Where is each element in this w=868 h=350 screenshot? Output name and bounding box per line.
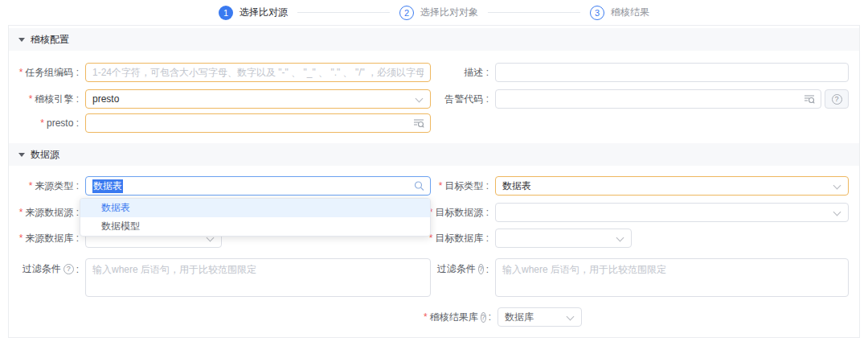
step-3-label: 稽核结果 bbox=[611, 6, 649, 19]
target-type-field: * 目标类型 : 数据表 bbox=[439, 176, 849, 196]
help-icon: ? bbox=[478, 264, 484, 274]
task-group-code-label: * 任务组编码 : bbox=[9, 66, 85, 80]
required-marker: * bbox=[29, 93, 33, 105]
collapse-arrow-icon bbox=[18, 153, 25, 157]
step-1-select-compare-source: 1 选择比对源 bbox=[219, 6, 288, 20]
target-filter-label: 过滤条件 ? : bbox=[439, 258, 495, 276]
source-filter-field: 过滤条件 ? : bbox=[9, 258, 431, 297]
target-type-select[interactable]: 数据表 bbox=[495, 176, 849, 196]
source-filter-label: 过滤条件 ? : bbox=[9, 258, 85, 276]
required-marker: * bbox=[439, 180, 443, 191]
dropdown-option-data-model[interactable]: 数据模型 bbox=[80, 217, 430, 236]
presto-label: * presto : bbox=[9, 117, 85, 129]
audit-engine-select[interactable]: presto bbox=[85, 89, 431, 109]
target-database-select[interactable] bbox=[495, 229, 632, 248]
target-datasource-select[interactable] bbox=[495, 203, 849, 222]
audit-result-db-field: * 稽核结果库 ? : 数据库 bbox=[439, 307, 582, 327]
required-marker: * bbox=[19, 67, 23, 78]
audit-engine-value: presto bbox=[92, 93, 119, 105]
target-type-label: * 目标类型 : bbox=[439, 179, 495, 193]
required-marker: * bbox=[19, 233, 23, 244]
help-icon: ? bbox=[481, 312, 486, 323]
step-2-label: 选择比对对象 bbox=[420, 6, 478, 19]
table-search-icon[interactable] bbox=[413, 118, 424, 129]
task-group-code-input[interactable] bbox=[85, 63, 431, 82]
audit-result-db-value: 数据库 bbox=[505, 311, 534, 324]
step-connector-line bbox=[488, 12, 580, 13]
source-database-label: * 来源数据库 : bbox=[9, 232, 85, 245]
required-marker: * bbox=[29, 180, 33, 191]
target-filter-field: 过滤条件 ? : bbox=[439, 258, 849, 297]
target-database-field: * 目标数据库 : bbox=[439, 229, 632, 248]
step-connector-line bbox=[297, 12, 390, 13]
audit-engine-label: * 稽核引擎 : bbox=[9, 93, 85, 106]
required-marker: * bbox=[19, 207, 23, 218]
section-audit-config-header[interactable]: 稽核配置 bbox=[9, 28, 859, 51]
alarm-code-label: 告警代码 : bbox=[439, 93, 495, 106]
form-panel: 稽核配置 * 任务组编码 : 描述 : * 稽核引擎 : bbox=[8, 25, 860, 338]
task-group-code-field: * 任务组编码 : bbox=[9, 63, 431, 82]
collapse-arrow-icon bbox=[18, 38, 25, 42]
source-filter-textarea[interactable] bbox=[85, 258, 431, 297]
alarm-code-help-button[interactable]: ? bbox=[825, 89, 849, 109]
required-marker: * bbox=[40, 117, 44, 129]
wizard-stepper: 1 选择比对源 2 选择比对对象 3 稽核结果 bbox=[0, 0, 868, 25]
help-icon: ? bbox=[832, 94, 842, 105]
step-3-audit-result: 3 稽核结果 bbox=[590, 6, 649, 20]
presto-field: * presto : bbox=[9, 113, 431, 133]
source-type-label: * 来源类型 : bbox=[9, 179, 85, 193]
description-input[interactable] bbox=[495, 63, 849, 82]
target-type-value: 数据表 bbox=[502, 179, 531, 193]
dropdown-option-data-table[interactable]: 数据表 bbox=[80, 199, 430, 217]
step-1-circle: 1 bbox=[219, 6, 233, 20]
step-2-circle: 2 bbox=[399, 6, 414, 20]
audit-compare-wizard-page: 1 选择比对源 2 选择比对对象 3 稽核结果 稽核配置 * 任务组编码 : bbox=[0, 0, 868, 350]
target-datasource-label: * 目标数据源 : bbox=[439, 206, 495, 220]
description-label: 描述 : bbox=[439, 66, 495, 80]
step-1-label: 选择比对源 bbox=[240, 6, 288, 19]
presto-input[interactable] bbox=[85, 113, 431, 133]
source-type-field: * 来源类型 : 数据表 bbox=[9, 176, 431, 196]
target-filter-textarea[interactable] bbox=[495, 258, 849, 297]
source-type-selected-text: 数据表 bbox=[92, 179, 123, 193]
source-type-input[interactable]: 数据表 bbox=[85, 176, 431, 196]
audit-result-db-label: * 稽核结果库 ? : bbox=[439, 311, 497, 324]
source-type-dropdown: 数据表 数据模型 bbox=[80, 198, 431, 237]
target-datasource-field: * 目标数据源 : bbox=[439, 203, 849, 222]
alarm-code-field: 告警代码 : ? bbox=[439, 89, 849, 109]
section-data-source-header[interactable]: 数据源 bbox=[9, 143, 859, 166]
step-2-select-compare-target: 2 选择比对对象 bbox=[399, 6, 478, 20]
table-search-icon[interactable] bbox=[804, 94, 815, 105]
step-3-circle: 3 bbox=[590, 6, 604, 20]
search-icon bbox=[414, 181, 424, 191]
source-datasource-label: * 来源数据源 : bbox=[9, 206, 85, 220]
section-audit-config-title: 稽核配置 bbox=[31, 33, 69, 47]
help-icon: ? bbox=[63, 264, 74, 274]
section-data-source-title: 数据源 bbox=[31, 148, 59, 162]
audit-engine-field: * 稽核引擎 : presto bbox=[9, 89, 431, 109]
description-field: 描述 : bbox=[439, 63, 849, 82]
audit-result-db-select[interactable]: 数据库 bbox=[497, 307, 582, 327]
required-marker: * bbox=[424, 311, 428, 323]
alarm-code-input[interactable] bbox=[495, 89, 821, 109]
target-database-label: * 目标数据库 : bbox=[439, 232, 495, 245]
